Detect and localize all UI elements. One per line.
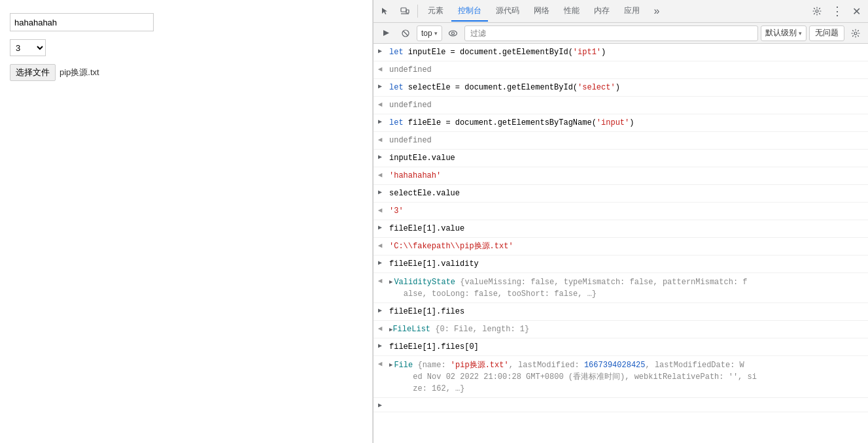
more-tabs-icon[interactable]: » [648, 2, 666, 20]
tab-performance[interactable]: 性能 [557, 1, 586, 22]
left-panel: hahahahah 1 2 3 4 5 选择文件 pip换源.txt [0, 0, 373, 443]
console-row: ◀ undefined [373, 132, 868, 150]
expand-arrow[interactable]: ▶ [378, 118, 382, 125]
code-keyword: let [389, 48, 408, 57]
string-value: '3' [389, 206, 404, 216]
console-row: ▶ let selectEle = document.getElementByI… [373, 79, 868, 97]
no-issues-label: 无问题 [815, 27, 839, 39]
devtools-panel: 元素 控制台 源代码 网络 性能 内存 应用 » ⋮ ✕ [373, 0, 868, 443]
expand-arrow[interactable]: ▶ [378, 188, 382, 196]
console-row: ◀ undefined [373, 61, 868, 79]
svg-point-7 [449, 31, 457, 36]
tab-elements[interactable]: 元素 [421, 1, 450, 22]
code-text: selectEle.value [389, 189, 460, 198]
row-gutter: ◀ [373, 239, 387, 250]
text-input[interactable]: hahahahah [10, 13, 154, 31]
close-devtools-icon[interactable]: ✕ [847, 2, 865, 20]
row-gutter: ▶ [373, 304, 387, 314]
device-icon[interactable] [396, 2, 414, 20]
row-gutter: ◀ [373, 169, 387, 179]
console-row: ◀ 'C:\\fakepath\\pip换源.txt' [373, 238, 868, 255]
object-type: ValidityState {valueMissing: false, type… [394, 276, 747, 300]
row-gutter: ▶ [373, 45, 387, 55]
expand-object-arrow[interactable]: ▶ [389, 359, 392, 370]
expand-arrow[interactable]: ▶ [378, 223, 382, 231]
svg-marker-4 [383, 30, 389, 36]
code-text: selectEle = document.getElementById( [408, 83, 578, 92]
more-options-icon[interactable]: ⋮ [827, 2, 846, 20]
row-gutter: ▶ [373, 151, 387, 161]
row-gutter: ◀ [373, 357, 387, 368]
svg-line-6 [404, 31, 408, 35]
return-arrow: ◀ [378, 171, 383, 179]
code-string: 'ipt1' [573, 48, 601, 57]
console-row: ◀ ▶ ValidityState {valueMissing: false, … [373, 273, 868, 303]
top-dropdown-chevron: ▾ [434, 30, 438, 37]
row-gutter: ▶ [373, 257, 387, 267]
return-arrow: ◀ [378, 206, 383, 214]
svg-point-3 [816, 10, 818, 12]
execute-script-icon[interactable] [377, 25, 394, 42]
row-content: let selectEle = document.getElementById(… [387, 80, 868, 95]
level-dropdown-chevron: ▾ [799, 30, 802, 37]
row-content: let inputEle = document.getElementById('… [387, 45, 868, 59]
code-text2: ) [616, 83, 620, 92]
row-gutter: ◀ [373, 322, 387, 333]
console-settings-icon[interactable] [847, 25, 864, 42]
tab-memory[interactable]: 内存 [587, 1, 616, 22]
row-gutter: ▶ [373, 116, 387, 125]
expand-arrow[interactable]: ▶ [378, 401, 382, 409]
expand-object-arrow[interactable]: ▶ [389, 276, 392, 287]
top-label: top [421, 29, 432, 38]
expand-arrow[interactable]: ▶ [378, 342, 382, 350]
settings-icon[interactable] [808, 2, 826, 20]
top-context-dropdown[interactable]: top ▾ [417, 25, 442, 41]
expand-arrow[interactable]: ▶ [378, 259, 382, 267]
level-label: 默认级别 [765, 27, 797, 39]
row-gutter: ▶ [373, 222, 387, 231]
num-select[interactable]: 1 2 3 4 5 [10, 39, 46, 56]
return-arrow: ◀ [378, 100, 383, 108]
svg-point-8 [452, 32, 455, 35]
filter-input[interactable] [464, 25, 758, 41]
log-level-dropdown[interactable]: 默认级别 ▾ [761, 25, 807, 41]
code-text: fileEle[1].validity [389, 259, 479, 269]
row-gutter: ◀ [373, 133, 387, 144]
return-arrow: ◀ [378, 135, 383, 144]
row-content: inputEle.value [387, 151, 868, 165]
tab-network[interactable]: 网络 [527, 1, 556, 22]
row-gutter: ◀ [373, 274, 387, 285]
console-empty-row: ▶ [373, 398, 868, 412]
code-text: fileEle[1].value [389, 224, 464, 233]
expand-arrow[interactable]: ▶ [378, 306, 382, 314]
row-gutter: ▶ [373, 340, 387, 350]
cursor-icon[interactable] [376, 2, 394, 20]
no-issues-button[interactable]: 无问题 [809, 25, 844, 41]
console-row: ◀ ▶ File {name: 'pip换源.txt', lastModifie… [373, 356, 868, 398]
return-arrow: ◀ [378, 359, 383, 368]
file-row: 选择文件 pip换源.txt [10, 64, 362, 81]
console-row: ◀ undefined [373, 97, 868, 114]
expand-arrow[interactable]: ▶ [378, 82, 382, 90]
tab-application[interactable]: 应用 [617, 1, 646, 22]
row-content: undefined [387, 98, 868, 112]
row-content: 'C:\\fakepath\\pip换源.txt' [387, 239, 868, 254]
console-row: ◀ ▶FileList {0: File, length: 1} [373, 321, 868, 338]
undefined-value: undefined [389, 136, 432, 145]
expand-arrow[interactable]: ▶ [378, 153, 382, 161]
clear-console-icon[interactable] [397, 25, 414, 42]
live-expressions-icon[interactable] [445, 25, 462, 42]
undefined-value: undefined [389, 101, 432, 110]
tab-source[interactable]: 源代码 [489, 1, 526, 22]
row-gutter: ▶ [373, 186, 387, 196]
expand-arrow[interactable]: ▶ [378, 47, 382, 55]
code-text: fileEle[1].files [389, 307, 464, 316]
row-content: ▶FileList {0: File, length: 1} [387, 322, 868, 336]
console-row: ▶ fileEle[1].validity [373, 255, 868, 273]
row-content: undefined [387, 63, 868, 77]
row-content: selectEle.value [387, 186, 868, 201]
undefined-value: undefined [389, 65, 432, 74]
tab-console[interactable]: 控制台 [451, 1, 488, 22]
row-content: undefined [387, 133, 868, 148]
file-select-button[interactable]: 选择文件 [10, 64, 56, 81]
